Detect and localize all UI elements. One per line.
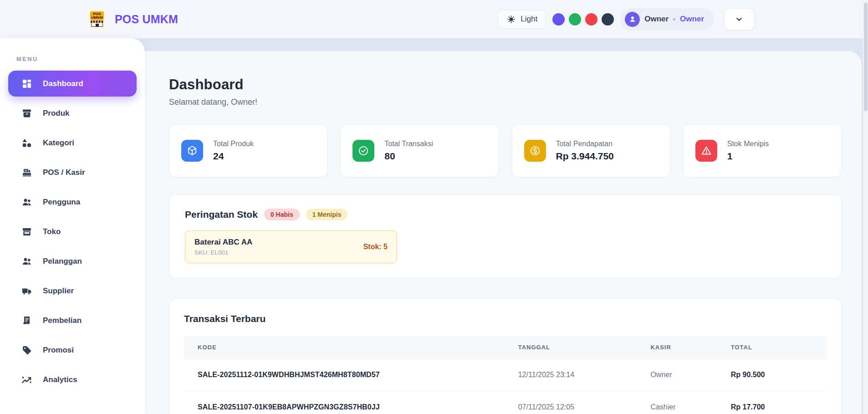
transactions-table: KODE TANGGAL KASIR TOTAL SALE-20251112-0… xyxy=(184,336,827,414)
user-separator-dot xyxy=(673,18,675,20)
stock-alert-card: Peringatan Stok 0 Habis 1 Menipis Batera… xyxy=(169,194,842,278)
sidebar-item-pembelian[interactable]: Pembelian xyxy=(8,307,137,333)
theme-dot-red[interactable] xyxy=(585,13,597,26)
check-circle-icon xyxy=(352,140,374,162)
app-window: POS UMKM POS UMKM Light xyxy=(0,0,868,414)
sidebar-item-label: Pelanggan xyxy=(43,257,82,266)
welcome-text: Selamat datang, Owner! xyxy=(169,97,842,107)
stat-label: Total Transaksi xyxy=(384,140,433,148)
stat-label: Total Pendapatan xyxy=(556,140,614,148)
sidebar-item-label: Dashboard xyxy=(43,79,83,88)
column-header-kode: KODE xyxy=(184,336,518,358)
sidebar-item-label: POS / Kasir xyxy=(43,168,85,177)
stat-value: 1 xyxy=(727,151,769,162)
low-stock-badge: 1 Menipis xyxy=(306,209,348,220)
sidebar-item-kategori[interactable]: Kategori xyxy=(8,130,137,156)
transaction-date: 12/11/2025 23:14 xyxy=(518,359,651,391)
app-logo: POS UMKM xyxy=(87,8,107,30)
sidebar-item-label: Analytics xyxy=(43,375,77,384)
receipt-icon xyxy=(21,315,33,327)
customers-icon xyxy=(21,256,33,267)
transaction-total: Rp 17.700 xyxy=(731,391,827,414)
logo-text-line2: UMKM xyxy=(92,16,103,20)
page-scrollbar[interactable] xyxy=(863,0,868,414)
category-shapes-icon xyxy=(21,137,33,149)
top-bar: POS UMKM POS UMKM Light xyxy=(0,0,868,38)
transaction-date: 07/11/2025 12:05 xyxy=(518,391,651,414)
truck-icon xyxy=(21,285,33,297)
dashboard-icon xyxy=(21,78,33,90)
main-area: Dashboard Selamat datang, Owner! Total P… xyxy=(131,38,868,414)
low-stock-item[interactable]: Baterai ABC AA SKU: EL001 Stok: 5 xyxy=(185,230,397,263)
sidebar-item-produk[interactable]: Produk xyxy=(8,100,137,126)
warning-triangle-icon xyxy=(695,140,717,162)
sidebar-item-toko[interactable]: Toko xyxy=(8,219,137,245)
column-header-tanggal: TANGGAL xyxy=(518,336,651,358)
transaction-cashier: Owner xyxy=(650,359,730,391)
page-title: Dashboard xyxy=(169,77,842,93)
stat-label: Total Produk xyxy=(213,140,254,148)
theme-toggle-button[interactable]: Light xyxy=(498,10,546,29)
stats-row: Total Produk 24 Total Transaksi xyxy=(169,124,842,177)
transaction-cashier: Cashier xyxy=(650,391,730,414)
product-name: Baterai ABC AA xyxy=(194,238,252,247)
sidebar-item-label: Pembelian xyxy=(43,316,82,325)
sidebar-section-label: MENU xyxy=(16,56,145,62)
user-badge[interactable]: Owner Owner xyxy=(620,8,714,31)
storefront-icon xyxy=(21,226,33,238)
logo-storefront xyxy=(91,23,103,27)
stat-card-total-pendapatan: Total Pendapatan Rp 3.944.750 xyxy=(512,124,670,177)
stock-count: Stok: 5 xyxy=(363,243,388,251)
column-header-total: TOTAL xyxy=(731,336,827,358)
main-panel: Dashboard Selamat datang, Owner! Total P… xyxy=(131,51,862,414)
recent-transactions-card: Transaksi Terbaru KODE TANGGAL KASIR TOT… xyxy=(169,298,842,414)
sidebar-item-label: Supplier xyxy=(43,286,74,296)
user-name: Owner xyxy=(644,15,669,24)
stat-card-stok-menipis: Stok Menipis 1 xyxy=(683,124,842,177)
transaction-total: Rp 90.500 xyxy=(731,359,827,391)
stat-value: 80 xyxy=(384,151,433,162)
sidebar-item-analytics[interactable]: Analytics xyxy=(8,367,137,393)
dollar-coin-icon xyxy=(524,140,546,162)
stat-value: Rp 3.944.750 xyxy=(556,151,614,162)
chevron-down-icon xyxy=(734,14,744,24)
stat-value: 24 xyxy=(213,151,254,162)
trend-icon xyxy=(21,374,33,386)
theme-dot-green[interactable] xyxy=(569,13,581,26)
sidebar: MENU Dashboard P xyxy=(0,38,145,414)
stat-label: Stok Menipis xyxy=(727,140,769,148)
sidebar-item-label: Promosi xyxy=(43,346,74,355)
stat-card-total-produk: Total Produk 24 xyxy=(169,124,327,177)
table-header-row: KODE TANGGAL KASIR TOTAL xyxy=(184,336,827,359)
sidebar-item-dashboard[interactable]: Dashboard xyxy=(8,71,137,97)
transaction-code: SALE-20251107-01K9EB8APWHPZGN3GZ8S7HB0JJ xyxy=(184,391,518,414)
cash-register-icon xyxy=(21,167,33,179)
stat-card-total-transaksi: Total Transaksi 80 xyxy=(340,124,499,177)
scrollbar-thumb[interactable] xyxy=(864,3,868,111)
column-header-kasir: KASIR xyxy=(650,336,730,358)
table-row[interactable]: SALE-20251112-01K9WDHBHJMST426MH8T80MD57… xyxy=(184,359,827,391)
table-row[interactable]: SALE-20251107-01K9EB8APWHPZGN3GZ8S7HB0JJ… xyxy=(184,391,827,414)
user-avatar-icon xyxy=(625,12,640,27)
sidebar-item-label: Kategori xyxy=(43,138,74,148)
sidebar-item-label: Pengguna xyxy=(43,198,80,207)
sun-icon xyxy=(506,15,516,24)
sidebar-item-label: Toko xyxy=(43,227,61,236)
theme-dot-indigo[interactable] xyxy=(552,13,565,26)
transaction-code: SALE-20251112-01K9WDHBHJMST426MH8T80MD57 xyxy=(184,359,518,391)
sidebar-item-supplier[interactable]: Supplier xyxy=(8,278,137,304)
product-sku: SKU: EL001 xyxy=(194,249,252,256)
out-of-stock-badge: 0 Habis xyxy=(264,209,300,220)
theme-color-dots xyxy=(552,13,614,26)
sidebar-item-pengguna[interactable]: Pengguna xyxy=(8,189,137,215)
product-box-icon xyxy=(21,107,33,119)
theme-dot-dark[interactable] xyxy=(602,13,614,26)
dropdown-menu-button[interactable] xyxy=(724,8,754,30)
logo-sign: POS UMKM xyxy=(90,11,104,20)
sidebar-item-pelanggan[interactable]: Pelanggan xyxy=(8,248,137,274)
app-title: POS UMKM xyxy=(115,13,178,26)
sidebar-item-promosi[interactable]: Promosi xyxy=(8,337,137,363)
sidebar-item-pos-kasir[interactable]: POS / Kasir xyxy=(8,159,137,185)
tag-icon xyxy=(21,344,33,356)
recent-transactions-title: Transaksi Terbaru xyxy=(184,313,827,324)
